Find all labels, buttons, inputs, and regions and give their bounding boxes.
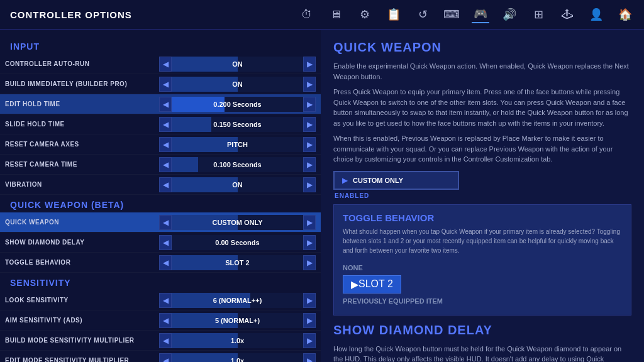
setting-row-sensitivity-0[interactable]: LOOK SENSITIVITY◀6 (NORMAL++)▶ xyxy=(0,290,321,310)
setting-label-input-1: BUILD IMMEDIATELY (BUILDER PRO) xyxy=(5,80,159,87)
right-intro-2: Press Quick Weapon to equip your primary… xyxy=(333,87,631,128)
value-text-input-6: ON xyxy=(232,181,243,189)
setting-row-sensitivity-3[interactable]: EDIT MODE SENSITIVITY MULTIPLIER◀1.0x▶ xyxy=(0,351,321,362)
arrow-left-sensitivity-3[interactable]: ◀ xyxy=(159,353,172,363)
arrow-right-input-5[interactable]: ▶ xyxy=(303,157,316,172)
nav-icon-controller[interactable]: 🎮 xyxy=(472,6,489,23)
setting-row-input-0[interactable]: CONTROLLER AUTO-RUN◀ON▶ xyxy=(0,54,321,74)
value-display-quick-weapon-beta-1: 0.00 Seconds xyxy=(172,235,303,250)
arrow-right-input-2[interactable]: ▶ xyxy=(303,97,316,112)
setting-label-quick-weapon-beta-2: TOGGLE BEHAVIOR xyxy=(5,259,159,266)
value-display-input-1: ON xyxy=(172,77,303,92)
arrow-left-input-0[interactable]: ◀ xyxy=(159,57,172,72)
arrow-left-input-5[interactable]: ◀ xyxy=(159,157,172,172)
value-text-sensitivity-0: 6 (NORMAL++) xyxy=(213,297,262,304)
section-header-sensitivity: SENSITIVITY xyxy=(0,273,321,290)
value-display-sensitivity-3: 1.0x xyxy=(172,353,303,363)
setting-row-sensitivity-1[interactable]: AIM SENSITIVITY (ADS)◀5 (NORMAL+)▶ xyxy=(0,310,321,331)
setting-row-sensitivity-2[interactable]: BUILD MODE SENSITIVITY MULTIPLIER◀1.0x▶ xyxy=(0,331,321,351)
custom-only-button[interactable]: ▶ CUSTOM ONLY xyxy=(333,171,459,190)
arrow-left-input-4[interactable]: ◀ xyxy=(159,137,172,152)
arrow-left-quick-weapon-beta-2[interactable]: ◀ xyxy=(159,255,172,270)
arrow-right-input-4[interactable]: ▶ xyxy=(303,137,316,152)
nav-icon-audio[interactable]: 🔊 xyxy=(501,6,518,23)
arrow-left-input-3[interactable]: ◀ xyxy=(159,117,172,132)
arrow-left-input-2[interactable]: ◀ xyxy=(159,97,172,112)
right-intro-3: When this is enabled, Previous Weapon is… xyxy=(333,133,631,165)
nav-icon-refresh[interactable]: ↺ xyxy=(414,6,431,23)
value-display-input-5: 0.100 Seconds xyxy=(172,157,303,172)
show-diamond-title: SHOW DIAMOND DELAY xyxy=(333,323,631,337)
arrow-left-input-1[interactable]: ◀ xyxy=(159,77,172,92)
nav-icon-keyboard[interactable]: ⌨ xyxy=(443,6,460,23)
setting-control-sensitivity-2: ◀1.0x▶ xyxy=(159,331,316,350)
setting-label-quick-weapon-beta-0: QUICK WEAPON xyxy=(5,219,159,226)
option-slot2-selected[interactable]: ▶ SLOT 2 xyxy=(343,275,401,293)
option-prev-label: PREVIOUSLY EQUIPPED ITEM xyxy=(343,297,443,305)
arrow-left-input-6[interactable]: ◀ xyxy=(159,177,172,192)
arrow-right-quick-weapon-beta-1[interactable]: ▶ xyxy=(303,235,316,250)
arrow-left-sensitivity-1[interactable]: ◀ xyxy=(159,313,172,328)
value-text-input-0: ON xyxy=(232,60,243,68)
value-bar-input-6 xyxy=(172,177,238,192)
setting-label-sensitivity-3: EDIT MODE SENSITIVITY MULTIPLIER xyxy=(5,357,159,362)
selected-triangle-icon: ▶ xyxy=(351,278,358,290)
nav-icon-user[interactable]: 👤 xyxy=(587,6,605,23)
toggle-behavior-desc: What should happen when you tap Quick We… xyxy=(343,227,622,255)
arrow-right-sensitivity-2[interactable]: ▶ xyxy=(303,333,316,348)
nav-icon-timer[interactable]: ⏱ xyxy=(298,6,316,23)
nav-icons: ⏱ 🖥 ⚙ 📋 ↺ ⌨ 🎮 🔊 ⊞ 🕹 👤 🏠 xyxy=(298,6,634,23)
setting-row-quick-weapon-beta-2[interactable]: TOGGLE BEHAVIOR◀SLOT 2▶ xyxy=(0,253,321,273)
setting-row-input-4[interactable]: RESET CAMERA AXES◀PITCH▶ xyxy=(0,134,321,155)
nav-icon-gamepad[interactable]: 🕹 xyxy=(558,6,576,23)
right-panel: QUICK WEAPON Enable the experimental Qui… xyxy=(321,30,644,362)
arrow-right-input-6[interactable]: ▶ xyxy=(303,177,316,192)
value-bar-sensitivity-2 xyxy=(172,333,238,348)
arrow-right-sensitivity-3[interactable]: ▶ xyxy=(303,353,316,363)
value-display-input-3: 0.150 Seconds xyxy=(172,117,303,132)
value-text-sensitivity-1: 5 (NORMAL+) xyxy=(215,317,260,324)
arrow-left-quick-weapon-beta-0[interactable]: ◀ xyxy=(159,215,172,230)
arrow-right-quick-weapon-beta-2[interactable]: ▶ xyxy=(303,255,316,270)
setting-row-input-2[interactable]: EDIT HOLD TIME◀0.200 Seconds▶ xyxy=(0,94,321,114)
value-display-input-6: ON xyxy=(172,177,303,192)
setting-row-input-5[interactable]: RESET CAMERA TIME◀0.100 Seconds▶ xyxy=(0,155,321,175)
setting-control-sensitivity-1: ◀5 (NORMAL+)▶ xyxy=(159,310,316,330)
show-diamond-desc: How long the Quick Weapon button must be… xyxy=(333,344,631,363)
value-bar-input-1 xyxy=(172,77,238,92)
custom-only-label: CUSTOM ONLY xyxy=(353,177,403,184)
option-none[interactable]: NONE xyxy=(343,261,622,274)
setting-label-input-4: RESET CAMERA AXES xyxy=(5,141,159,148)
arrow-right-input-3[interactable]: ▶ xyxy=(303,117,316,132)
arrow-right-sensitivity-0[interactable]: ▶ xyxy=(303,293,316,308)
arrow-left-sensitivity-2[interactable]: ◀ xyxy=(159,333,172,348)
arrow-right-sensitivity-1[interactable]: ▶ xyxy=(303,313,316,328)
nav-icon-clipboard[interactable]: 📋 xyxy=(385,6,402,23)
arrow-left-sensitivity-0[interactable]: ◀ xyxy=(159,293,172,308)
arrow-right-input-0[interactable]: ▶ xyxy=(303,57,316,72)
nav-icon-gear[interactable]: ⚙ xyxy=(356,6,374,23)
setting-label-sensitivity-0: LOOK SENSITIVITY xyxy=(5,297,159,304)
value-text-sensitivity-3: 1.0x xyxy=(231,357,244,363)
setting-control-quick-weapon-beta-2: ◀SLOT 2▶ xyxy=(159,253,316,272)
setting-row-input-6[interactable]: VIBRATION◀ON▶ xyxy=(0,175,321,195)
nav-icon-network[interactable]: ⊞ xyxy=(530,6,547,23)
nav-icon-display[interactable]: 🖥 xyxy=(327,6,345,23)
setting-label-input-2: EDIT HOLD TIME xyxy=(5,101,159,107)
setting-row-input-3[interactable]: SLIDE HOLD TIME◀0.150 Seconds▶ xyxy=(0,114,321,134)
setting-row-quick-weapon-beta-1[interactable]: SHOW DIAMOND DELAY◀0.00 Seconds▶ xyxy=(0,233,321,253)
setting-control-input-5: ◀0.100 Seconds▶ xyxy=(159,155,316,174)
value-text-input-1: ON xyxy=(232,80,243,88)
value-display-input-0: ON xyxy=(172,57,303,72)
arrow-left-quick-weapon-beta-1[interactable]: ◀ xyxy=(159,235,172,250)
setting-label-input-3: SLIDE HOLD TIME xyxy=(5,121,159,128)
option-prev-equipped[interactable]: PREVIOUSLY EQUIPPED ITEM xyxy=(343,295,622,307)
setting-control-input-6: ◀ON▶ xyxy=(159,175,316,194)
value-text-quick-weapon-beta-1: 0.00 Seconds xyxy=(215,239,259,246)
setting-label-quick-weapon-beta-1: SHOW DIAMOND DELAY xyxy=(5,239,159,246)
setting-row-input-1[interactable]: BUILD IMMEDIATELY (BUILDER PRO)◀ON▶ xyxy=(0,74,321,94)
setting-row-quick-weapon-beta-0[interactable]: QUICK WEAPON◀CUSTOM ONLY▶ xyxy=(0,212,321,233)
nav-icon-home[interactable]: 🏠 xyxy=(616,6,634,23)
arrow-right-quick-weapon-beta-0[interactable]: ▶ xyxy=(303,215,316,230)
arrow-right-input-1[interactable]: ▶ xyxy=(303,77,316,92)
